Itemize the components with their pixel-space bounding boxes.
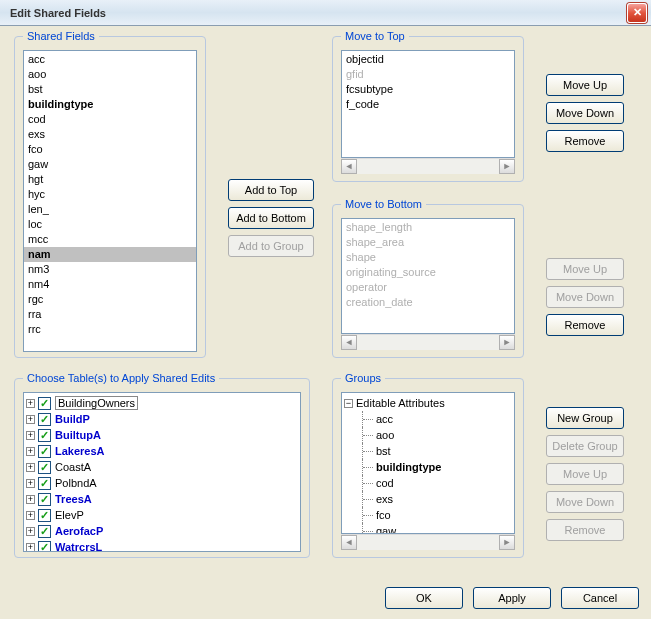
tree-label: aoo xyxy=(376,429,394,441)
tree-label: fco xyxy=(376,509,391,521)
list-item[interactable]: nam xyxy=(24,247,196,262)
hscroll[interactable]: ◄► xyxy=(341,158,515,174)
table-row[interactable]: +BuildingOwners xyxy=(26,395,298,411)
list-item[interactable]: nm3 xyxy=(24,262,196,277)
list-item[interactable]: acc xyxy=(24,52,196,67)
expand-icon[interactable]: + xyxy=(26,511,35,520)
delete-group-button: Delete Group xyxy=(546,435,624,457)
tree-item[interactable]: acc xyxy=(344,411,512,427)
list-item[interactable]: shape xyxy=(342,250,514,265)
move-bottom-list[interactable]: shape_lengthshape_areashapeoriginating_s… xyxy=(341,218,515,334)
checkbox[interactable] xyxy=(38,413,51,426)
shared-fields-list[interactable]: accaoobstbuildingtypecodexsfcogawhgthycl… xyxy=(23,50,197,352)
tree-root[interactable]: −Editable Attributes xyxy=(344,395,512,411)
expand-icon[interactable]: + xyxy=(26,479,35,488)
list-item[interactable]: objectid xyxy=(342,52,514,67)
checkbox[interactable] xyxy=(38,397,51,410)
tree-item[interactable]: buildingtype xyxy=(344,459,512,475)
table-row[interactable]: +BuildP xyxy=(26,411,298,427)
table-row[interactable]: +AerofacP xyxy=(26,523,298,539)
ok-button[interactable]: OK xyxy=(385,587,463,609)
expand-icon[interactable]: + xyxy=(26,527,35,536)
checkbox[interactable] xyxy=(38,525,51,538)
list-item[interactable]: mcc xyxy=(24,232,196,247)
table-row[interactable]: +LakeresA xyxy=(26,443,298,459)
checkbox[interactable] xyxy=(38,461,51,474)
list-item[interactable]: bst xyxy=(24,82,196,97)
list-item[interactable]: rgc xyxy=(24,292,196,307)
checkbox[interactable] xyxy=(38,493,51,506)
list-item[interactable]: rra xyxy=(24,307,196,322)
list-item[interactable]: buildingtype xyxy=(24,97,196,112)
list-item[interactable]: f_code xyxy=(342,97,514,112)
collapse-icon[interactable]: − xyxy=(344,399,353,408)
list-item[interactable]: cod xyxy=(24,112,196,127)
tree-item[interactable]: bst xyxy=(344,443,512,459)
move-bottom-remove-button[interactable]: Remove xyxy=(546,314,624,336)
list-item[interactable]: aoo xyxy=(24,67,196,82)
apply-button[interactable]: Apply xyxy=(473,587,551,609)
list-item[interactable]: exs xyxy=(24,127,196,142)
cancel-button[interactable]: Cancel xyxy=(561,587,639,609)
tree-item[interactable]: fco xyxy=(344,507,512,523)
checkbox[interactable] xyxy=(38,429,51,442)
tree-item[interactable]: aoo xyxy=(344,427,512,443)
tree-label: BuildP xyxy=(55,413,90,425)
list-item[interactable]: shape_length xyxy=(342,220,514,235)
list-item[interactable]: nm4 xyxy=(24,277,196,292)
checkbox[interactable] xyxy=(38,445,51,458)
tree-label: bst xyxy=(376,445,391,457)
move-top-remove-button[interactable]: Remove xyxy=(546,130,624,152)
tree-label: PolbndA xyxy=(55,477,97,489)
table-row[interactable]: +TreesA xyxy=(26,491,298,507)
groups-group: Groups −Editable Attributesaccaoobstbuil… xyxy=(332,372,524,558)
expand-icon[interactable]: + xyxy=(26,415,35,424)
hscroll[interactable]: ◄► xyxy=(341,534,515,550)
tree-label: buildingtype xyxy=(376,461,441,473)
move-top-list[interactable]: objectidgfidfcsubtypef_code xyxy=(341,50,515,158)
table-row[interactable]: +CoastA xyxy=(26,459,298,475)
list-item[interactable]: loc xyxy=(24,217,196,232)
list-item[interactable]: gfid xyxy=(342,67,514,82)
checkbox[interactable] xyxy=(38,509,51,522)
window-title: Edit Shared Fields xyxy=(4,7,627,19)
tree-item[interactable]: exs xyxy=(344,491,512,507)
table-row[interactable]: +PolbndA xyxy=(26,475,298,491)
list-item[interactable]: originating_source xyxy=(342,265,514,280)
table-row[interactable]: +ElevP xyxy=(26,507,298,523)
list-item[interactable]: gaw xyxy=(24,157,196,172)
titlebar: Edit Shared Fields ✕ xyxy=(0,0,651,26)
list-item[interactable]: fco xyxy=(24,142,196,157)
table-row[interactable]: +BuiltupA xyxy=(26,427,298,443)
new-group-button[interactable]: New Group xyxy=(546,407,624,429)
tables-legend: Choose Table(s) to Apply Shared Edits xyxy=(23,372,219,384)
tree-item[interactable]: cod xyxy=(344,475,512,491)
close-icon[interactable]: ✕ xyxy=(627,3,647,23)
expand-icon[interactable]: + xyxy=(26,431,35,440)
move-top-down-button[interactable]: Move Down xyxy=(546,102,624,124)
groups-tree[interactable]: −Editable Attributesaccaoobstbuildingtyp… xyxy=(341,392,515,534)
list-item[interactable]: operator xyxy=(342,280,514,295)
move-top-up-button[interactable]: Move Up xyxy=(546,74,624,96)
checkbox[interactable] xyxy=(38,541,51,553)
expand-icon[interactable]: + xyxy=(26,463,35,472)
add-to-bottom-button[interactable]: Add to Bottom xyxy=(228,207,314,229)
list-item[interactable]: fcsubtype xyxy=(342,82,514,97)
hscroll[interactable]: ◄► xyxy=(341,334,515,350)
expand-icon[interactable]: + xyxy=(26,399,35,408)
add-to-top-button[interactable]: Add to Top xyxy=(228,179,314,201)
tree-label: ElevP xyxy=(55,509,84,521)
list-item[interactable]: shape_area xyxy=(342,235,514,250)
list-item[interactable]: rrc xyxy=(24,322,196,337)
table-row[interactable]: +WatrcrsL xyxy=(26,539,298,552)
list-item[interactable]: hgt xyxy=(24,172,196,187)
list-item[interactable]: len_ xyxy=(24,202,196,217)
expand-icon[interactable]: + xyxy=(26,495,35,504)
tables-tree[interactable]: +BuildingOwners+BuildP+BuiltupA+LakeresA… xyxy=(23,392,301,552)
list-item[interactable]: creation_date xyxy=(342,295,514,310)
tree-item[interactable]: gaw xyxy=(344,523,512,534)
expand-icon[interactable]: + xyxy=(26,447,35,456)
expand-icon[interactable]: + xyxy=(26,543,35,552)
list-item[interactable]: hyc xyxy=(24,187,196,202)
checkbox[interactable] xyxy=(38,477,51,490)
